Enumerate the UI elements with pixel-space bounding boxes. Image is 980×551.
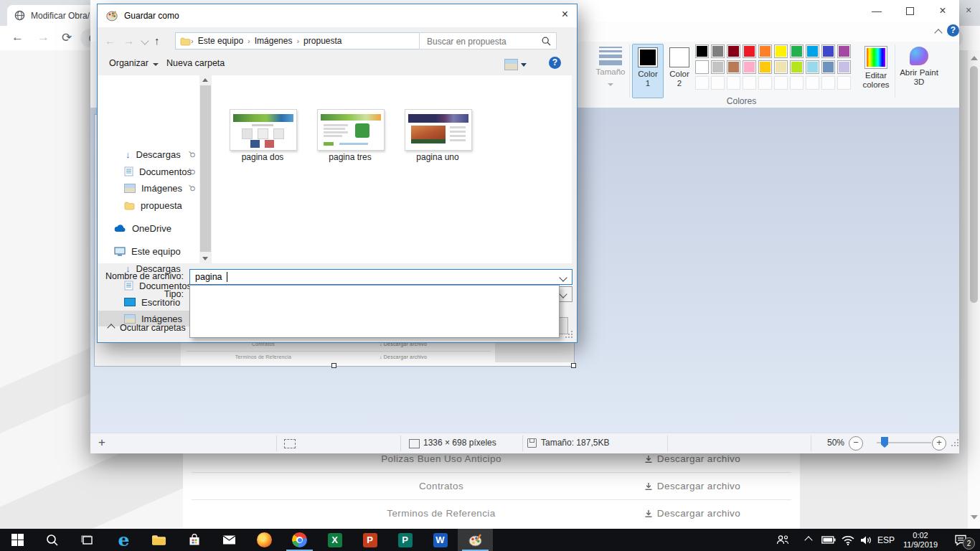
tray-volume-button[interactable] — [856, 529, 876, 551]
palette-color[interactable] — [695, 60, 709, 74]
scrollbar-thumb[interactable] — [970, 66, 978, 303]
palette-empty-slot[interactable] — [806, 76, 819, 90]
browser-refresh-icon[interactable]: ⟳ — [62, 30, 72, 45]
browser-scrollbar[interactable] — [967, 50, 980, 529]
palette-empty-slot[interactable] — [774, 76, 788, 90]
zoom-in-button[interactable]: + — [932, 436, 946, 451]
taskbar-edge-button[interactable]: e — [106, 529, 141, 551]
scroll-up-icon[interactable] — [202, 78, 208, 82]
minimize-button[interactable]: — — [860, 0, 893, 22]
sidebar-item-onedrive[interactable]: OneDrive — [98, 220, 199, 236]
sidebar-item-documentos[interactable]: Documentos ⚲ — [98, 164, 199, 179]
action-center-button[interactable]: 2 — [946, 529, 976, 551]
palette-color[interactable] — [758, 60, 772, 74]
download-link[interactable]: Descargar archivo — [585, 481, 800, 491]
scrollbar-thumb[interactable] — [200, 85, 211, 252]
palette-color[interactable] — [806, 44, 819, 58]
tray-network-button[interactable] — [838, 529, 858, 551]
filename-dropdown-icon[interactable] — [559, 273, 567, 281]
palette-color[interactable] — [790, 44, 804, 58]
palette-color[interactable] — [774, 44, 788, 58]
size-button[interactable]: Tamaño — [594, 44, 627, 97]
breadcrumb-item[interactable]: Imágenes — [250, 36, 297, 46]
palette-color[interactable] — [711, 60, 725, 74]
maximize-button[interactable] — [893, 0, 926, 22]
palette-color[interactable] — [727, 60, 740, 74]
start-button[interactable] — [0, 529, 35, 551]
taskbar-powerpoint-button[interactable]: P — [352, 529, 387, 551]
sidebar-item-este-equipo[interactable]: Este equipo — [98, 243, 199, 259]
sidebar-item-descargas[interactable]: ↓ Descargas ⚲ — [98, 146, 199, 162]
palette-color[interactable] — [774, 60, 788, 74]
tray-clock-button[interactable]: 0:02 11/9/2019 — [897, 529, 944, 551]
palette-empty-slot[interactable] — [727, 76, 740, 90]
sidebar-scrollbar[interactable] — [199, 75, 212, 263]
palette-color[interactable] — [695, 44, 709, 58]
resize-grip[interactable] — [951, 439, 960, 448]
taskbar-word-button[interactable]: W — [423, 529, 458, 551]
dialog-close-button[interactable]: × — [562, 8, 568, 21]
taskbar-search-button[interactable] — [34, 529, 70, 551]
taskbar-explorer-button[interactable] — [141, 529, 176, 551]
dialog-resize-grip[interactable] — [565, 331, 574, 339]
search-input[interactable] — [425, 34, 543, 50]
recent-locations-icon[interactable] — [141, 37, 149, 44]
scroll-up-icon[interactable] — [971, 56, 978, 60]
taskbar-excel-button[interactable]: X — [317, 529, 352, 551]
tray-battery-button[interactable] — [818, 529, 839, 551]
search-box[interactable] — [419, 32, 557, 50]
palette-empty-slot[interactable] — [758, 76, 772, 90]
view-mode-icon[interactable] — [504, 59, 518, 70]
palette-empty-slot[interactable] — [695, 76, 709, 90]
breadcrumb-item[interactable]: Este equipo — [194, 36, 248, 46]
dialog-help-icon[interactable]: ? — [549, 57, 561, 69]
tray-people-button[interactable] — [771, 529, 795, 551]
palette-empty-slot[interactable] — [711, 76, 725, 90]
palette-color[interactable] — [727, 44, 740, 58]
breadcrumb-item[interactable]: propuesta — [299, 36, 346, 46]
edit-colors-button[interactable]: Editar colores — [858, 44, 894, 97]
taskbar-store-button[interactable] — [176, 529, 212, 551]
download-link[interactable]: Descargar archivo — [585, 453, 800, 464]
download-link[interactable]: Descargar archivo — [585, 508, 800, 519]
sidebar-item-propuesta[interactable]: propuesta — [98, 197, 199, 213]
palette-color[interactable] — [743, 60, 756, 74]
canvas-resize-handle-bottom[interactable] — [331, 363, 336, 368]
taskbar-chrome-button[interactable] — [282, 529, 317, 551]
palette-color[interactable] — [837, 60, 851, 74]
collapse-ribbon-icon[interactable] — [934, 29, 942, 37]
palette-color[interactable] — [837, 44, 851, 58]
palette-empty-slot[interactable] — [821, 76, 835, 90]
color2-button[interactable]: Color 2 — [664, 44, 695, 98]
up-icon[interactable]: ↑ — [154, 34, 160, 47]
task-view-button[interactable] — [70, 529, 105, 551]
scroll-down-icon[interactable] — [971, 515, 978, 519]
new-folder-button[interactable]: Nueva carpeta — [166, 58, 225, 68]
sidebar-item-imagenes[interactable]: Imágenes ⚲ — [98, 180, 199, 196]
palette-color[interactable] — [821, 44, 835, 58]
search-icon[interactable] — [542, 37, 551, 46]
palette-empty-slot[interactable] — [790, 76, 804, 90]
browser-back-icon[interactable]: ← — [11, 30, 24, 44]
taskbar-paint-button[interactable] — [458, 529, 493, 551]
back-icon[interactable]: ← — [105, 34, 116, 47]
scroll-down-icon[interactable] — [202, 257, 208, 260]
palette-empty-slot[interactable] — [837, 76, 851, 90]
palette-color[interactable] — [758, 44, 772, 58]
palette-color[interactable] — [790, 60, 804, 74]
forward-icon[interactable]: → — [123, 34, 134, 47]
taskbar-mail-button[interactable] — [212, 529, 247, 551]
close-button[interactable]: × — [926, 0, 959, 22]
palette-color[interactable] — [806, 60, 819, 74]
filename-input[interactable]: pagina — [189, 269, 573, 285]
tray-expand-button[interactable] — [798, 529, 819, 551]
hide-folders-button[interactable]: Ocultar carpetas — [108, 323, 186, 333]
zoom-out-button[interactable]: − — [849, 436, 863, 451]
open-paint3d-button[interactable]: Abrir Paint 3D — [897, 44, 941, 97]
tray-language-button[interactable]: ESP — [874, 529, 898, 551]
taskbar-publisher-button[interactable]: P — [387, 529, 423, 551]
canvas-resize-handle-corner[interactable] — [571, 363, 576, 368]
browser-forward-icon[interactable]: → — [37, 30, 50, 44]
zoom-slider-thumb[interactable] — [881, 437, 888, 448]
dialog-titlebar[interactable]: Guardar como × — [98, 4, 577, 27]
